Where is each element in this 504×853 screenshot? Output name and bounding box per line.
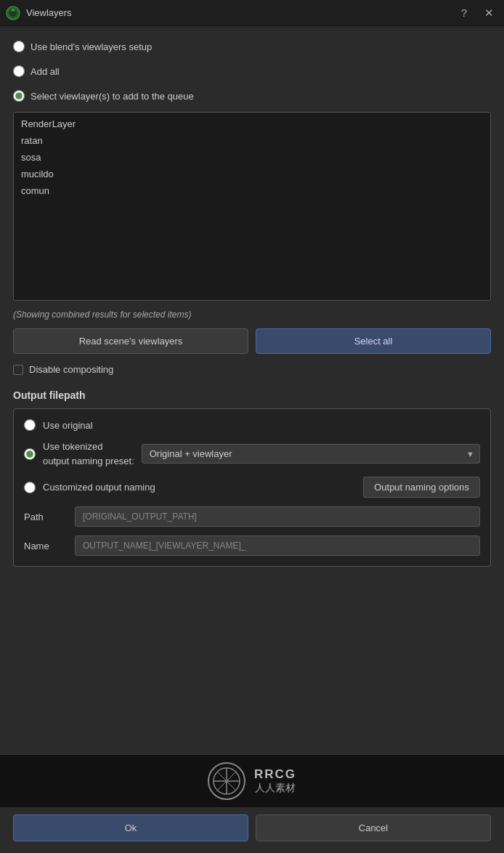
titlebar-controls: ? ✕ xyxy=(457,6,498,20)
watermark-bar: RRCG 人人素材 xyxy=(0,754,504,807)
radio-use-tokenized[interactable] xyxy=(24,448,36,460)
output-filepath-title: Output filepath xyxy=(13,389,491,401)
watermark-logo-icon xyxy=(208,762,245,800)
name-input[interactable] xyxy=(75,535,480,556)
radio-use-blends-row: Use blend's viewlayers setup xyxy=(13,38,491,55)
radio-customized-output[interactable] xyxy=(24,482,36,493)
path-label: Path xyxy=(24,512,68,522)
listbox-item[interactable]: comun xyxy=(14,182,490,199)
radio-select-viewlayers-label: Select viewlayer(s) to add to the queue xyxy=(31,91,194,102)
viewlayers-listbox[interactable]: RenderLayer ratan sosa mucildo comun xyxy=(13,112,491,301)
radio-use-blends[interactable] xyxy=(13,41,25,52)
listbox-item[interactable]: sosa xyxy=(14,149,490,166)
info-text: (Showing combined results for selected i… xyxy=(13,308,491,321)
select-all-button[interactable]: Select all xyxy=(256,328,491,354)
titlebar-left: Viewlayers xyxy=(6,6,72,20)
listbox-item[interactable]: mucildo xyxy=(14,166,490,182)
tokenized-dropdown-wrapper: Original + viewlayer Original only Custo… xyxy=(142,444,480,464)
radio-add-all-row: Add all xyxy=(13,62,491,80)
radio-use-blends-label: Use blend's viewlayers setup xyxy=(31,41,152,52)
output-naming-options-button[interactable]: Output naming options xyxy=(363,477,480,498)
use-original-label: Use original xyxy=(43,420,93,431)
listbox-item[interactable]: ratan xyxy=(14,132,490,149)
radio-use-original[interactable] xyxy=(24,419,36,431)
output-filepath-box: Use original Use tokenized output naming… xyxy=(13,408,491,567)
radio-add-all-label: Add all xyxy=(31,66,60,77)
cancel-button[interactable]: Cancel xyxy=(256,814,491,841)
use-original-row: Use original xyxy=(24,419,480,431)
ok-button[interactable]: Ok xyxy=(13,814,248,841)
titlebar: Viewlayers ? ✕ xyxy=(0,0,504,26)
disable-compositing-row: Disable compositing xyxy=(13,361,491,378)
watermark-text: RRCG 人人素材 xyxy=(254,767,296,795)
window-title: Viewlayers xyxy=(26,7,72,18)
action-buttons-row: Read scene's viewlayers Select all xyxy=(13,328,491,354)
close-button[interactable]: ✕ xyxy=(480,6,498,20)
main-content: Use blend's viewlayers setup Add all Sel… xyxy=(0,26,504,754)
disable-compositing-checkbox[interactable] xyxy=(13,365,23,375)
customized-output-row: Customized output naming Output naming o… xyxy=(24,477,480,498)
use-tokenized-label: Use tokenized output naming preset: xyxy=(43,440,134,468)
app-icon xyxy=(6,6,20,20)
disable-compositing-label: Disable compositing xyxy=(29,364,113,375)
customized-output-label: Customized output naming xyxy=(43,482,155,493)
radio-add-all[interactable] xyxy=(13,65,25,77)
name-label: Name xyxy=(24,541,68,551)
help-button[interactable]: ? xyxy=(457,6,471,20)
radio-select-viewlayers-row: Select viewlayer(s) to add to the queue xyxy=(13,87,491,105)
path-input[interactable] xyxy=(75,506,480,527)
read-viewlayers-button[interactable]: Read scene's viewlayers xyxy=(13,328,248,354)
listbox-item[interactable]: RenderLayer xyxy=(14,116,490,132)
path-field-row: Path xyxy=(24,506,480,527)
tokenized-preset-dropdown[interactable]: Original + viewlayer Original only Custo… xyxy=(142,444,480,464)
name-field-row: Name xyxy=(24,535,480,556)
radio-select-viewlayers[interactable] xyxy=(13,90,25,102)
use-tokenized-row: Use tokenized output naming preset: Orig… xyxy=(24,440,480,468)
bottom-buttons-row: Ok Cancel xyxy=(0,807,504,853)
